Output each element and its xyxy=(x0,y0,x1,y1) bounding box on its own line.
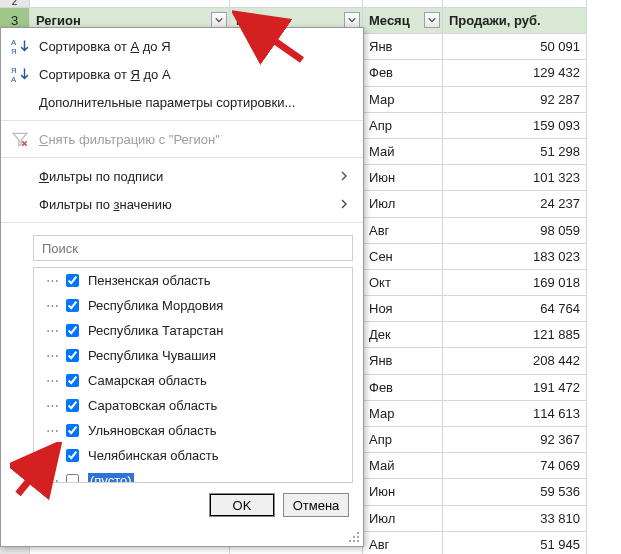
filter-option[interactable]: ⋯Пензенская область xyxy=(34,268,352,293)
cell-sales[interactable]: 51 945 xyxy=(443,532,587,554)
cell-sales[interactable]: 169 018 xyxy=(443,270,587,296)
menu-sort-za[interactable]: ЯА Сортировка от Я до А xyxy=(1,60,363,88)
filter-option[interactable]: ⋯Саратовская область xyxy=(34,393,352,418)
svg-point-9 xyxy=(349,540,351,542)
filter-option[interactable]: ⋯Челябинская область xyxy=(34,443,352,468)
filter-checklist[interactable]: ⋯Пензенская область⋯Республика Мордовия⋯… xyxy=(33,267,353,483)
filter-checkbox[interactable] xyxy=(66,474,79,483)
cell-month[interactable]: Июн xyxy=(363,165,443,191)
filter-button-month[interactable] xyxy=(424,12,440,28)
filter-option-label: Республика Чувашия xyxy=(88,348,216,363)
filter-option[interactable]: ⋯Республика Мордовия xyxy=(34,293,352,318)
cell-month[interactable]: Авг xyxy=(363,532,443,554)
tree-dash-icon: ⋯ xyxy=(46,273,56,288)
cell-month[interactable]: Авг xyxy=(363,218,443,244)
cell-sales[interactable]: 59 536 xyxy=(443,479,587,505)
cell-month[interactable]: Июл xyxy=(363,506,443,532)
cell-sales[interactable]: 191 472 xyxy=(443,375,587,401)
cell-month[interactable]: Июн xyxy=(363,479,443,505)
menu-value-filters-label: Фильтры по значению xyxy=(39,197,329,212)
resize-grip-icon[interactable] xyxy=(348,531,360,543)
filter-option-label: Челябинская область xyxy=(88,448,218,463)
cancel-button[interactable]: Отмена xyxy=(283,493,349,517)
cell-sales[interactable]: 101 323 xyxy=(443,165,587,191)
cell-sales[interactable]: 33 810 xyxy=(443,506,587,532)
tree-dash-icon: ⋯ xyxy=(46,473,56,483)
filter-checkbox[interactable] xyxy=(66,274,79,287)
cell-sales[interactable]: 92 287 xyxy=(443,87,587,113)
menu-more-sort[interactable]: Дополнительные параметры сортировки... xyxy=(1,88,363,116)
menu-value-filters[interactable]: Фильтры по значению xyxy=(1,190,363,218)
row-header-2[interactable]: 2 xyxy=(0,0,30,8)
menu-more-sort-label: Дополнительные параметры сортировки... xyxy=(39,95,349,110)
col-header-month[interactable]: Месяц xyxy=(363,8,443,34)
cell-sales[interactable]: 159 093 xyxy=(443,113,587,139)
cell-month[interactable]: Мар xyxy=(363,401,443,427)
cell-month[interactable]: Мар xyxy=(363,87,443,113)
filter-checkbox[interactable] xyxy=(66,374,79,387)
col-header-sales[interactable]: Продажи, руб. xyxy=(443,8,587,34)
filter-checkbox[interactable] xyxy=(66,299,79,312)
cell-month[interactable]: Фев xyxy=(363,375,443,401)
cell-sales[interactable]: 121 885 xyxy=(443,322,587,348)
cell-sales[interactable]: 183 023 xyxy=(443,244,587,270)
cell-month[interactable]: Май xyxy=(363,453,443,479)
filter-search[interactable] xyxy=(33,235,353,261)
cell-sales[interactable]: 114 613 xyxy=(443,401,587,427)
filter-checkbox[interactable] xyxy=(66,399,79,412)
chevron-right-icon xyxy=(339,171,349,181)
filter-option[interactable]: ⋯(пусто) xyxy=(34,468,352,483)
cell-month[interactable]: Май xyxy=(363,139,443,165)
cell-month[interactable]: Фев xyxy=(363,60,443,86)
cell-sales[interactable]: 208 442 xyxy=(443,348,587,374)
menu-separator xyxy=(1,157,363,158)
svg-text:А: А xyxy=(11,38,17,47)
filter-option[interactable]: ⋯Самарская область xyxy=(34,368,352,393)
svg-point-8 xyxy=(353,540,355,542)
tree-dash-icon: ⋯ xyxy=(46,398,56,413)
menu-separator xyxy=(1,120,363,121)
filter-option-label: Саратовская область xyxy=(88,398,217,413)
filter-button-region[interactable] xyxy=(211,12,227,28)
cell-sales[interactable]: 74 069 xyxy=(443,453,587,479)
filter-option-label: Самарская область xyxy=(88,373,207,388)
filter-search-input[interactable] xyxy=(40,240,346,257)
ok-button[interactable]: OK xyxy=(209,493,275,517)
cell-month[interactable]: Сен xyxy=(363,244,443,270)
filter-checkbox[interactable] xyxy=(66,349,79,362)
cell-sales[interactable]: 129 432 xyxy=(443,60,587,86)
tree-dash-icon: ⋯ xyxy=(46,423,56,438)
cell-sales[interactable]: 64 764 xyxy=(443,296,587,322)
filter-option-label: (пусто) xyxy=(88,473,134,483)
filter-checkbox[interactable] xyxy=(66,424,79,437)
cell-month[interactable]: Янв xyxy=(363,348,443,374)
svg-text:Я: Я xyxy=(11,47,17,55)
cell-month[interactable]: Окт xyxy=(363,270,443,296)
menu-sort-az[interactable]: АЯ Сортировка от А до Я xyxy=(1,32,363,60)
cell-sales[interactable]: 98 059 xyxy=(443,218,587,244)
filter-button-city[interactable] xyxy=(344,12,360,28)
menu-clear-filter-label: Снять фильтрацию с "Регион" xyxy=(39,132,349,147)
svg-point-6 xyxy=(357,540,359,542)
cell-month[interactable]: Апр xyxy=(363,427,443,453)
cell-sales[interactable]: 50 091 xyxy=(443,34,587,60)
filter-option[interactable]: ⋯Республика Татарстан xyxy=(34,318,352,343)
cell-sales[interactable]: 24 237 xyxy=(443,191,587,217)
chevron-down-icon xyxy=(348,16,356,24)
svg-text:Я: Я xyxy=(11,66,17,75)
filter-checkbox[interactable] xyxy=(66,324,79,337)
filter-checkbox[interactable] xyxy=(66,449,79,462)
filter-option[interactable]: ⋯Ульяновская область xyxy=(34,418,352,443)
menu-label-filters[interactable]: Фильтры по подписи xyxy=(1,162,363,190)
cell-month[interactable]: Апр xyxy=(363,113,443,139)
tree-dash-icon: ⋯ xyxy=(46,298,56,313)
col-header-city-label: Город xyxy=(236,13,275,28)
cell-month[interactable]: Ноя xyxy=(363,296,443,322)
cell-sales[interactable]: 51 298 xyxy=(443,139,587,165)
filter-option[interactable]: ⋯Республика Чувашия xyxy=(34,343,352,368)
cell-month[interactable]: Янв xyxy=(363,34,443,60)
cell-month[interactable]: Дек xyxy=(363,322,443,348)
cell-sales[interactable]: 92 367 xyxy=(443,427,587,453)
tree-dash-icon: ⋯ xyxy=(46,348,56,363)
cell-month[interactable]: Июл xyxy=(363,191,443,217)
